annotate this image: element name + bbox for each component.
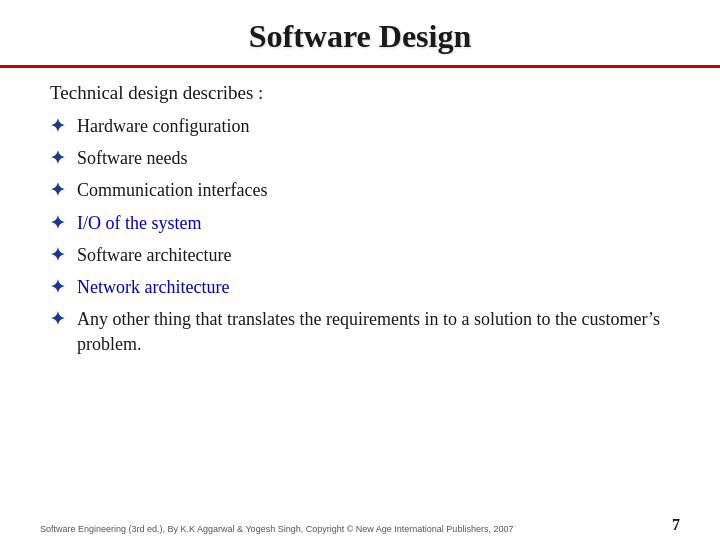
bullet-text-6: Network architecture <box>77 275 229 300</box>
bullet-text-3: Communication interfaces <box>77 178 267 203</box>
intro-text: Technical design describes : <box>50 82 670 104</box>
bullet-icon-3: ✦ <box>50 179 65 201</box>
list-item: ✦ Communication interfaces <box>50 178 670 203</box>
bullet-text-1: Hardware configuration <box>77 114 249 139</box>
bullet-icon-1: ✦ <box>50 115 65 137</box>
slide-title: Software Design <box>40 18 680 55</box>
bullet-icon-7: ✦ <box>50 308 65 330</box>
bullet-icon-2: ✦ <box>50 147 65 169</box>
bullet-icon-4: ✦ <box>50 212 65 234</box>
bullet-icon-5: ✦ <box>50 244 65 266</box>
bullet-text-5: Software architecture <box>77 243 231 268</box>
footer-citation: Software Engineering (3rd ed.), By K.K A… <box>40 524 513 534</box>
title-area: Software Design <box>0 0 720 65</box>
content-area: Technical design describes : ✦ Hardware … <box>0 68 720 510</box>
bullet-text-2: Software needs <box>77 146 187 171</box>
footer: Software Engineering (3rd ed.), By K.K A… <box>0 510 720 540</box>
slide: Software Design Technical design describ… <box>0 0 720 540</box>
list-item: ✦ Hardware configuration <box>50 114 670 139</box>
list-item: ✦ Network architecture <box>50 275 670 300</box>
bullet-text-4: I/O of the system <box>77 211 201 236</box>
list-item: ✦ Software architecture <box>50 243 670 268</box>
bullet-text-7: Any other thing that translates the requ… <box>77 307 670 357</box>
list-item: ✦ Any other thing that translates the re… <box>50 307 670 357</box>
bullet-icon-6: ✦ <box>50 276 65 298</box>
list-item: ✦ I/O of the system <box>50 211 670 236</box>
bullet-list: ✦ Hardware configuration ✦ Software need… <box>50 114 670 358</box>
page-number: 7 <box>672 516 680 534</box>
list-item: ✦ Software needs <box>50 146 670 171</box>
